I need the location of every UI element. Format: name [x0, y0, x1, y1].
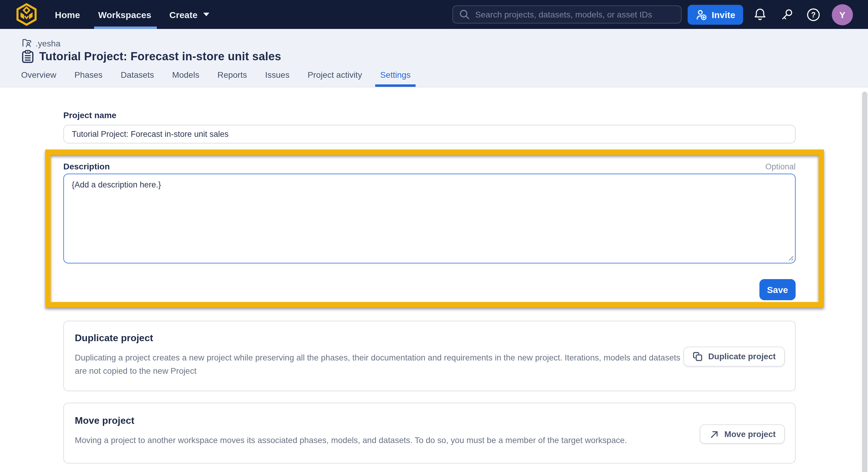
- nav-item-label: Workspaces: [98, 9, 151, 20]
- tab-models[interactable]: Models: [171, 70, 200, 87]
- breadcrumb[interactable]: .yesha: [22, 29, 61, 48]
- resize-handle-icon[interactable]: [788, 255, 794, 261]
- project-clipboard-icon: [22, 50, 34, 63]
- hexagon-cube-logo-icon: [16, 3, 37, 26]
- user-avatar[interactable]: Y: [832, 4, 853, 25]
- project-header: .yesha Tutorial Project: Forecast in-sto…: [0, 29, 868, 88]
- tab-phases[interactable]: Phases: [73, 70, 104, 87]
- title-row: Tutorial Project: Forecast in-store unit…: [22, 50, 868, 63]
- duplicate-project-description: Duplicating a project creates a new proj…: [75, 351, 690, 377]
- optional-hint: Optional: [765, 162, 796, 171]
- move-project-heading: Move project: [75, 415, 783, 426]
- breadcrumb-workspace-name: .yesha: [36, 38, 61, 48]
- copy-icon: [692, 351, 703, 362]
- notifications-bell-icon[interactable]: [753, 7, 767, 22]
- project-name-label: Project name: [63, 88, 796, 120]
- settings-content: Project name Description Optional {Add a…: [0, 88, 868, 464]
- duplicate-button-label: Duplicate project: [708, 352, 776, 361]
- save-button[interactable]: Save: [760, 279, 796, 300]
- vectice-logo[interactable]: [16, 3, 37, 26]
- chevron-down-icon: [203, 13, 209, 16]
- duplicate-project-heading: Duplicate project: [75, 333, 783, 344]
- invite-label: Invite: [712, 9, 735, 20]
- avatar-initial: Y: [839, 9, 845, 20]
- nav-item-workspaces[interactable]: Workspaces: [97, 0, 152, 29]
- nav-item-create[interactable]: Create: [168, 0, 210, 29]
- nav-item-label: Create: [169, 9, 197, 20]
- api-key-icon[interactable]: [780, 7, 794, 22]
- tab-project-activity[interactable]: Project activity: [306, 70, 364, 87]
- duplicate-project-card: Duplicate project Duplicating a project …: [63, 321, 796, 391]
- search-icon: [459, 9, 470, 20]
- global-search[interactable]: [453, 5, 682, 24]
- move-project-button[interactable]: Move project: [700, 425, 785, 444]
- nav-menu: Home Workspaces Create: [54, 0, 210, 29]
- project-name-input[interactable]: [63, 125, 796, 143]
- duplicate-project-button[interactable]: Duplicate project: [683, 347, 785, 367]
- search-input[interactable]: [475, 10, 668, 19]
- move-button-label: Move project: [724, 430, 776, 439]
- move-project-description: Moving a project to another workspace mo…: [75, 434, 690, 447]
- nav-right-cluster: Invite ?: [453, 4, 853, 25]
- page-title: Tutorial Project: Forecast in-store unit…: [39, 50, 281, 63]
- description-textarea[interactable]: {Add a description here.}: [63, 174, 796, 263]
- invite-button[interactable]: Invite: [688, 4, 743, 25]
- tab-settings[interactable]: Settings: [379, 70, 412, 87]
- nav-item-home[interactable]: Home: [54, 0, 81, 29]
- help-glyph: ?: [811, 10, 815, 19]
- person-add-icon: [695, 9, 708, 20]
- app-window: Home Workspaces Create: [0, 0, 868, 472]
- nav-item-label: Home: [55, 9, 80, 20]
- workspace-folder-icon: [22, 38, 32, 48]
- help-icon[interactable]: ?: [806, 7, 821, 22]
- tab-reports[interactable]: Reports: [216, 70, 248, 87]
- project-tabs: Overview Phases Datasets Models Reports …: [20, 70, 428, 87]
- vertical-scrollbar[interactable]: [862, 92, 867, 472]
- tab-overview[interactable]: Overview: [20, 70, 58, 87]
- top-nav-bar: Home Workspaces Create: [0, 0, 868, 29]
- arrow-up-right-icon: [709, 429, 719, 439]
- move-project-card: Move project Moving a project to another…: [63, 403, 796, 464]
- tab-issues[interactable]: Issues: [264, 70, 291, 87]
- tab-datasets[interactable]: Datasets: [119, 70, 155, 87]
- description-label: Description: [63, 162, 110, 171]
